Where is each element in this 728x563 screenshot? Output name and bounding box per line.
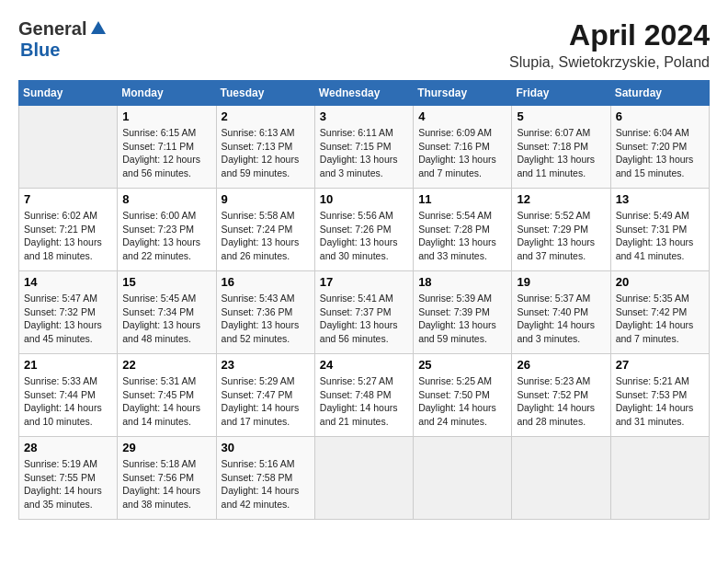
day-info: Sunrise: 5:58 AM Sunset: 7:24 PM Dayligh… <box>222 209 310 263</box>
day-info: Sunrise: 6:11 AM Sunset: 7:15 PM Dayligh… <box>320 126 408 180</box>
day-info: Sunrise: 5:16 AM Sunset: 7:58 PM Dayligh… <box>222 457 310 511</box>
day-number: 21 <box>24 358 112 372</box>
day-number: 3 <box>320 109 408 123</box>
day-number: 16 <box>222 275 310 289</box>
weekday-header-friday: Friday <box>512 81 610 106</box>
calendar-cell: 28Sunrise: 5:19 AM Sunset: 7:55 PM Dayli… <box>19 437 118 520</box>
weekday-header-tuesday: Tuesday <box>216 81 314 106</box>
day-number: 10 <box>320 192 408 206</box>
day-info: Sunrise: 5:18 AM Sunset: 7:56 PM Dayligh… <box>122 457 210 511</box>
logo-text-blue: Blue <box>20 40 60 60</box>
day-info: Sunrise: 5:45 AM Sunset: 7:34 PM Dayligh… <box>122 292 210 346</box>
day-number: 26 <box>517 358 605 372</box>
day-number: 17 <box>320 275 408 289</box>
logo-triangle-icon <box>91 21 106 38</box>
day-number: 4 <box>418 109 506 123</box>
day-info: Sunrise: 6:13 AM Sunset: 7:13 PM Dayligh… <box>222 126 310 180</box>
calendar-cell: 18Sunrise: 5:39 AM Sunset: 7:39 PM Dayli… <box>414 271 512 354</box>
calendar-cell: 25Sunrise: 5:25 AM Sunset: 7:50 PM Dayli… <box>414 354 512 437</box>
calendar-cell: 13Sunrise: 5:49 AM Sunset: 7:31 PM Dayli… <box>610 189 709 271</box>
day-info: Sunrise: 5:37 AM Sunset: 7:40 PM Dayligh… <box>517 292 605 346</box>
svg-marker-0 <box>91 21 106 34</box>
calendar-cell: 6Sunrise: 6:04 AM Sunset: 7:20 PM Daylig… <box>610 106 709 189</box>
calendar-week-row: 7Sunrise: 6:02 AM Sunset: 7:21 PM Daylig… <box>19 189 710 271</box>
day-info: Sunrise: 6:15 AM Sunset: 7:11 PM Dayligh… <box>122 126 210 180</box>
day-info: Sunrise: 6:00 AM Sunset: 7:23 PM Dayligh… <box>122 209 210 263</box>
calendar-cell: 11Sunrise: 5:54 AM Sunset: 7:28 PM Dayli… <box>414 189 512 271</box>
calendar-week-row: 28Sunrise: 5:19 AM Sunset: 7:55 PM Dayli… <box>19 437 710 520</box>
weekday-header-saturday: Saturday <box>610 81 709 106</box>
day-info: Sunrise: 5:23 AM Sunset: 7:52 PM Dayligh… <box>517 374 605 429</box>
day-number: 15 <box>122 275 210 289</box>
calendar-cell: 15Sunrise: 5:45 AM Sunset: 7:34 PM Dayli… <box>118 271 216 354</box>
calendar-cell: 29Sunrise: 5:18 AM Sunset: 7:56 PM Dayli… <box>118 437 216 520</box>
title-area: April 2024 Slupia, Swietokrzyskie, Polan… <box>509 18 710 71</box>
day-number: 9 <box>222 192 310 206</box>
day-number: 2 <box>222 109 310 123</box>
calendar-table: SundayMondayTuesdayWednesdayThursdayFrid… <box>18 80 710 520</box>
day-number: 25 <box>418 358 506 372</box>
weekday-header-row: SundayMondayTuesdayWednesdayThursdayFrid… <box>19 81 710 106</box>
calendar-cell <box>610 437 709 520</box>
day-info: Sunrise: 5:29 AM Sunset: 7:47 PM Dayligh… <box>222 374 310 429</box>
day-number: 30 <box>222 441 310 454</box>
day-info: Sunrise: 6:02 AM Sunset: 7:21 PM Dayligh… <box>24 209 112 263</box>
calendar-cell: 20Sunrise: 5:35 AM Sunset: 7:42 PM Dayli… <box>610 271 709 354</box>
page-header: General Blue April 2024 Slupia, Swietokr… <box>18 18 710 71</box>
day-info: Sunrise: 5:49 AM Sunset: 7:31 PM Dayligh… <box>616 209 704 263</box>
calendar-cell: 17Sunrise: 5:41 AM Sunset: 7:37 PM Dayli… <box>314 271 413 354</box>
day-number: 24 <box>320 358 408 372</box>
day-info: Sunrise: 5:41 AM Sunset: 7:37 PM Dayligh… <box>320 292 408 346</box>
day-info: Sunrise: 5:31 AM Sunset: 7:45 PM Dayligh… <box>122 374 210 429</box>
day-info: Sunrise: 5:35 AM Sunset: 7:42 PM Dayligh… <box>616 292 704 346</box>
subtitle: Slupia, Swietokrzyskie, Poland <box>509 54 710 71</box>
day-info: Sunrise: 5:52 AM Sunset: 7:29 PM Dayligh… <box>517 209 605 263</box>
calendar-cell: 19Sunrise: 5:37 AM Sunset: 7:40 PM Dayli… <box>512 271 610 354</box>
calendar-cell: 2Sunrise: 6:13 AM Sunset: 7:13 PM Daylig… <box>216 106 314 189</box>
weekday-header-wednesday: Wednesday <box>314 81 413 106</box>
calendar-cell: 14Sunrise: 5:47 AM Sunset: 7:32 PM Dayli… <box>19 271 118 354</box>
day-info: Sunrise: 5:47 AM Sunset: 7:32 PM Dayligh… <box>24 292 112 346</box>
calendar-cell: 16Sunrise: 5:43 AM Sunset: 7:36 PM Dayli… <box>216 271 314 354</box>
calendar-week-row: 21Sunrise: 5:33 AM Sunset: 7:44 PM Dayli… <box>19 354 710 437</box>
calendar-cell: 22Sunrise: 5:31 AM Sunset: 7:45 PM Dayli… <box>118 354 216 437</box>
day-info: Sunrise: 5:39 AM Sunset: 7:39 PM Dayligh… <box>418 292 506 346</box>
day-number: 7 <box>24 192 112 206</box>
day-number: 18 <box>418 275 506 289</box>
day-number: 13 <box>616 192 704 206</box>
day-number: 22 <box>122 358 210 372</box>
main-title: April 2024 <box>509 18 710 52</box>
day-number: 28 <box>24 441 112 454</box>
calendar-cell: 3Sunrise: 6:11 AM Sunset: 7:15 PM Daylig… <box>314 106 413 189</box>
calendar-cell: 12Sunrise: 5:52 AM Sunset: 7:29 PM Dayli… <box>512 189 610 271</box>
calendar-cell <box>19 106 118 189</box>
day-info: Sunrise: 6:04 AM Sunset: 7:20 PM Dayligh… <box>616 126 704 180</box>
day-number: 20 <box>616 275 704 289</box>
calendar-cell <box>414 437 512 520</box>
weekday-header-sunday: Sunday <box>19 81 118 106</box>
day-number: 23 <box>222 358 310 372</box>
day-info: Sunrise: 5:33 AM Sunset: 7:44 PM Dayligh… <box>24 374 112 429</box>
day-info: Sunrise: 5:27 AM Sunset: 7:48 PM Dayligh… <box>320 374 408 429</box>
calendar-week-row: 1Sunrise: 6:15 AM Sunset: 7:11 PM Daylig… <box>19 106 710 189</box>
day-number: 8 <box>122 192 210 206</box>
day-number: 19 <box>517 275 605 289</box>
calendar-cell: 10Sunrise: 5:56 AM Sunset: 7:26 PM Dayli… <box>314 189 413 271</box>
day-info: Sunrise: 5:54 AM Sunset: 7:28 PM Dayligh… <box>418 209 506 263</box>
calendar-cell: 23Sunrise: 5:29 AM Sunset: 7:47 PM Dayli… <box>216 354 314 437</box>
weekday-header-monday: Monday <box>118 81 216 106</box>
logo-text-general: General <box>18 18 86 40</box>
day-info: Sunrise: 5:19 AM Sunset: 7:55 PM Dayligh… <box>24 457 112 511</box>
day-number: 12 <box>517 192 605 206</box>
day-info: Sunrise: 6:09 AM Sunset: 7:16 PM Dayligh… <box>418 126 506 180</box>
day-number: 5 <box>517 109 605 123</box>
logo: General Blue <box>18 18 106 61</box>
calendar-cell <box>314 437 413 520</box>
weekday-header-thursday: Thursday <box>414 81 512 106</box>
calendar-cell: 30Sunrise: 5:16 AM Sunset: 7:58 PM Dayli… <box>216 437 314 520</box>
day-number: 14 <box>24 275 112 289</box>
calendar-cell <box>512 437 610 520</box>
calendar-cell: 4Sunrise: 6:09 AM Sunset: 7:16 PM Daylig… <box>414 106 512 189</box>
calendar-cell: 7Sunrise: 6:02 AM Sunset: 7:21 PM Daylig… <box>19 189 118 271</box>
day-number: 29 <box>122 441 210 454</box>
